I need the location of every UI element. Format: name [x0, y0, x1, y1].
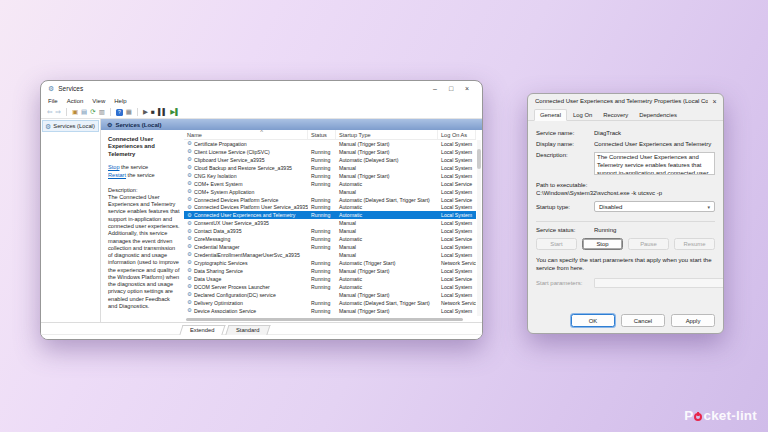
- console-tree-icon[interactable]: ▣: [72, 109, 78, 116]
- service-gear-icon: ⚙: [187, 276, 192, 282]
- startup-type-cell: Automatic: [336, 180, 438, 188]
- menu-view[interactable]: View: [92, 98, 105, 104]
- menu-action[interactable]: Action: [67, 98, 84, 104]
- logon-as-cell: Local System: [438, 243, 476, 251]
- services-window-title: Services: [58, 85, 83, 92]
- tab-standard[interactable]: Standard: [225, 325, 270, 335]
- path-to-executable-value: C:\Windows\System32\svchost.exe -k utcsv…: [536, 190, 715, 196]
- tab-recovery[interactable]: Recovery: [598, 110, 633, 121]
- cancel-button[interactable]: Cancel: [621, 314, 665, 327]
- startup-type-cell: Automatic: [336, 235, 438, 243]
- maximize-button[interactable]: □: [443, 85, 459, 92]
- startup-type-select[interactable]: Disabled ▾: [594, 201, 715, 212]
- table-row[interactable]: ⚙ConsentUX User Service_a3935ManualLocal…: [184, 219, 476, 227]
- vertical-scrollbar[interactable]: [477, 140, 481, 316]
- startup-type-cell: Manual (Trigger Start): [336, 291, 438, 299]
- service-gear-icon: ⚙: [187, 173, 192, 179]
- status-cell: Running: [308, 204, 336, 212]
- table-row[interactable]: ⚙Data Sharing ServiceRunningManual (Trig…: [184, 267, 476, 275]
- table-row[interactable]: ⚙Connected User Experiences and Telemetr…: [184, 211, 476, 219]
- column-header-name[interactable]: Name^: [184, 130, 308, 139]
- service-gear-icon: ⚙: [187, 252, 192, 258]
- column-header-startup-type[interactable]: Startup Type: [336, 130, 438, 139]
- start-parameters-label: Start parameters:: [536, 280, 594, 286]
- service-gear-icon: ⚙: [187, 221, 192, 227]
- table-row[interactable]: ⚙Device Association ServiceRunningManual…: [184, 307, 476, 315]
- table-row[interactable]: ⚙Certificate PropagationManual (Trigger …: [184, 140, 476, 148]
- startup-type-cell: Manual (Trigger Start): [336, 148, 438, 156]
- extended-view-icon[interactable]: ▦: [126, 109, 132, 116]
- vertical-scrollbar-thumb[interactable]: [477, 149, 481, 169]
- resume-button: Resume: [674, 238, 715, 250]
- table-row[interactable]: ⚙Declared Configuration(DC) serviceManua…: [184, 291, 476, 299]
- table-row[interactable]: ⚙Client License Service (ClipSVC)Running…: [184, 148, 476, 156]
- table-row[interactable]: ⚙Cryptographic ServicesRunningAutomatic …: [184, 259, 476, 267]
- table-row[interactable]: ⚙DCOM Server Process LauncherRunningAuto…: [184, 283, 476, 291]
- menu-file[interactable]: File: [48, 98, 58, 104]
- window-controls: –□×: [427, 85, 475, 92]
- stop-button[interactable]: Stop: [582, 238, 623, 250]
- stop-service-icon[interactable]: ■: [151, 109, 155, 116]
- start-service-icon[interactable]: ▶: [143, 109, 148, 116]
- minimize-button[interactable]: –: [427, 85, 443, 92]
- tab-dependencies[interactable]: Dependencies: [634, 110, 682, 121]
- table-row[interactable]: ⚙Credential ManagerRunningManualLocal Sy…: [184, 243, 476, 251]
- horizontal-scrollbar-thumb[interactable]: [186, 318, 463, 321]
- back-icon[interactable]: ⇦: [47, 109, 52, 116]
- start-parameters-input: [594, 278, 724, 288]
- refresh-icon[interactable]: ⟳: [90, 109, 95, 116]
- table-row[interactable]: ⚙Contact Data_a3935RunningManualLocal Sy…: [184, 227, 476, 235]
- properties-icon[interactable]: ▥: [99, 109, 105, 116]
- tab-general[interactable]: General: [534, 109, 567, 122]
- table-row[interactable]: ⚙Connected Devices Platform User Service…: [184, 204, 476, 212]
- status-cell: [308, 291, 336, 299]
- dialog-close-icon[interactable]: ×: [708, 98, 721, 105]
- power-icon: [694, 413, 702, 421]
- table-row[interactable]: ⚙Data UsageRunningAutomaticLocal Service: [184, 275, 476, 283]
- column-header-status[interactable]: Status: [308, 130, 336, 139]
- services-titlebar[interactable]: ⚙ Services –□×: [41, 81, 482, 96]
- table-row[interactable]: ⚙Cloud Backup and Restore Service_a3935R…: [184, 164, 476, 172]
- table-row[interactable]: ⚙Delivery OptimizationRunningAutomatic (…: [184, 299, 476, 307]
- stop-service-link[interactable]: Stop: [108, 164, 120, 170]
- horizontal-scrollbar[interactable]: [186, 318, 472, 321]
- service-name: Device Association Service: [194, 308, 256, 314]
- menu-help[interactable]: Help: [114, 98, 126, 104]
- restart-service-icon[interactable]: ▶▌: [170, 109, 180, 116]
- ok-button[interactable]: OK: [571, 314, 615, 327]
- status-cell: Running: [308, 156, 336, 164]
- toolbar: ⇦⇨▣▤⟳▥?▦▶■▌▌▶▌: [41, 106, 482, 119]
- dialog-body: Service name: DiagTrack Display name: Co…: [528, 121, 723, 333]
- service-name-cell: ⚙DCOM Server Process Launcher: [184, 283, 308, 291]
- table-row[interactable]: ⚙CoreMessagingRunningAutomaticLocal Serv…: [184, 235, 476, 243]
- service-name: COM+ Event System: [194, 181, 243, 187]
- pocketlint-watermark: P cket-lint: [684, 408, 757, 423]
- startup-type-cell: Manual: [336, 227, 438, 235]
- table-row[interactable]: ⚙COM+ System ApplicationManualLocal Syst…: [184, 188, 476, 196]
- restart-service-link[interactable]: Restart: [108, 172, 126, 178]
- apply-button[interactable]: Apply: [671, 314, 715, 327]
- sidebar-links: Stop the serviceRestart the service: [108, 164, 180, 180]
- table-row[interactable]: ⚙CredentialEnrollmentManagerUserSvc_a393…: [184, 251, 476, 259]
- tab-log-on[interactable]: Log On: [568, 110, 597, 121]
- dialog-titlebar[interactable]: Connected User Experiences and Telemetry…: [528, 94, 723, 108]
- dialog-description-field[interactable]: The Connected User Experiences and Telem…: [594, 152, 715, 175]
- pause-service-icon[interactable]: ▌▌: [158, 109, 167, 116]
- dialog-tabs: GeneralLog OnRecoveryDependencies: [528, 108, 723, 121]
- startup-type-cell: Manual (Trigger Start): [336, 307, 438, 315]
- forward-icon[interactable]: ⇨: [55, 109, 60, 116]
- service-gear-icon: ⚙: [187, 229, 192, 235]
- tab-extended[interactable]: Extended: [179, 325, 225, 335]
- help-icon[interactable]: ?: [116, 109, 123, 116]
- table-row[interactable]: ⚙COM+ Event SystemRunningAutomaticLocal …: [184, 180, 476, 188]
- service-name: Data Sharing Service: [194, 268, 243, 274]
- table-row[interactable]: ⚙CNG Key IsolationRunningManual (Trigger…: [184, 172, 476, 180]
- close-button[interactable]: ×: [459, 85, 475, 92]
- tree-item-services-local[interactable]: ⚙ Services (Local): [42, 120, 99, 132]
- pane-header-label: Services (Local): [115, 122, 161, 128]
- table-row[interactable]: ⚙Clipboard User Service_a3935RunningAuto…: [184, 156, 476, 164]
- service-name-cell: ⚙Clipboard User Service_a3935: [184, 156, 308, 164]
- table-row[interactable]: ⚙Connected Devices Platform ServiceRunni…: [184, 196, 476, 204]
- export-list-icon[interactable]: ▤: [81, 109, 87, 116]
- column-header-log-on-as[interactable]: Log On As: [438, 130, 476, 139]
